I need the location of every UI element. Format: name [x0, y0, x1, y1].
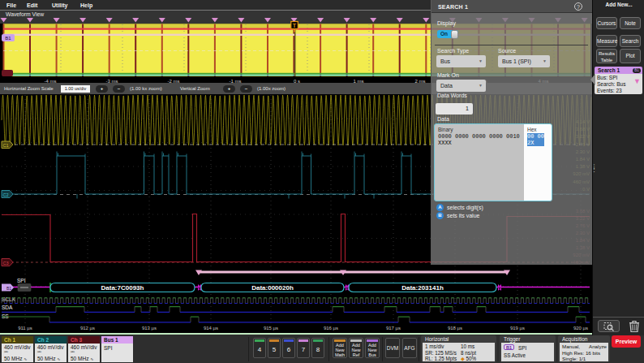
svg-text:B1: B1	[5, 36, 11, 41]
svg-text:911 µs: 911 µs	[18, 326, 32, 331]
svg-text:915 µs: 915 µs	[264, 326, 278, 331]
svg-text:918 µs: 918 µs	[448, 326, 462, 331]
svg-text:SCLK: SCLK	[2, 296, 16, 302]
svg-text:919 µs: 919 µs	[510, 326, 525, 331]
svg-text:912 µs: 912 µs	[80, 326, 95, 331]
svg-text:T: T	[293, 23, 297, 28]
svg-text:B1: B1	[6, 286, 11, 291]
svg-text:Data:203141h: Data:203141h	[401, 284, 444, 292]
svg-text:C1: C1	[2, 143, 8, 148]
svg-text:917 µs: 917 µs	[386, 326, 401, 331]
svg-text:920 µs: 920 µs	[573, 326, 588, 331]
svg-text:916 µs: 916 µs	[324, 326, 338, 331]
svg-text:913 µs: 913 µs	[142, 326, 157, 331]
svg-text:SPI: SPI	[17, 278, 26, 283]
svg-text:914 µs: 914 µs	[204, 326, 218, 331]
svg-text:C2: C2	[2, 192, 8, 197]
svg-text:Data:000020h: Data:000020h	[251, 284, 294, 292]
svg-text:SDA: SDA	[2, 305, 13, 310]
svg-text:C3: C3	[2, 261, 8, 266]
svg-text:Data:7C0093h: Data:7C0093h	[101, 284, 144, 292]
